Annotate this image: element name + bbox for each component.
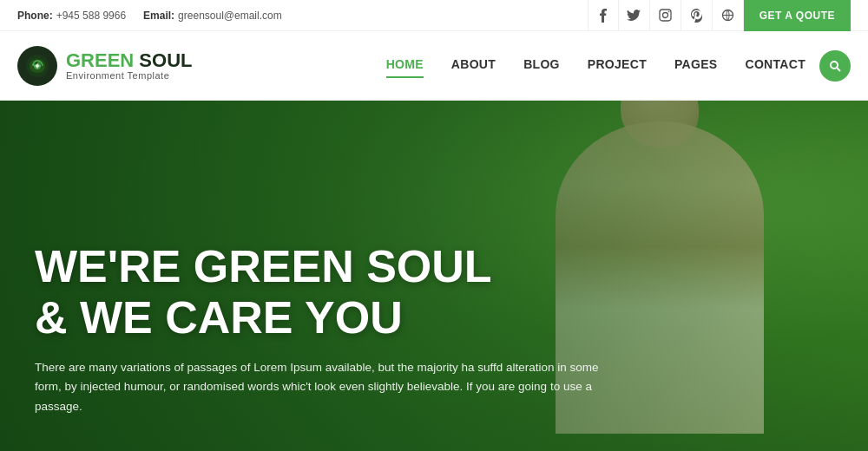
email-label: Email: (143, 10, 174, 22)
nav-about[interactable]: ABOUT (451, 57, 496, 75)
phone-number: +945 588 9966 (56, 10, 126, 22)
nav-contact[interactable]: CONTACT (746, 57, 806, 75)
nav-links: HOME ABOUT BLOG PROJECT PAGES CONTACT (386, 57, 806, 75)
dribbble-icon[interactable] (713, 0, 744, 31)
nav-project[interactable]: PROJECT (588, 57, 647, 75)
svg-point-1 (662, 13, 667, 18)
top-bar: Phone: +945 588 9966 Email: greensoul@em… (0, 0, 868, 31)
nav-bar: GREEN SOUL Environment Template HOME ABO… (0, 31, 868, 101)
logo-dark: SOUL (134, 49, 192, 71)
hero-content: WE'RE GREEN SOUL & WE CARE YOU There are… (0, 101, 868, 451)
phone-info: Phone: +945 588 9966 (17, 10, 126, 22)
email-info: Email: greensoul@email.com (143, 10, 282, 22)
svg-point-6 (36, 64, 39, 68)
phone-label: Phone: (17, 10, 53, 22)
hero-description: There are many variations of passages of… (35, 358, 599, 416)
hero-title-line2: & WE CARE YOU (35, 292, 403, 343)
svg-point-2 (667, 11, 669, 13)
logo-area: GREEN SOUL Environment Template (17, 46, 192, 86)
social-icons (588, 0, 744, 31)
facebook-icon[interactable] (588, 0, 619, 31)
nav-pages[interactable]: PAGES (674, 57, 717, 75)
logo-subtitle: Environment Template (66, 70, 192, 81)
logo-green: GREEN (66, 49, 134, 71)
get-quote-button[interactable]: GET A QOUTE (744, 0, 851, 31)
svg-point-7 (831, 62, 838, 69)
nav-blog[interactable]: BLOG (523, 57, 560, 75)
search-button[interactable] (819, 50, 851, 82)
top-bar-right: GET A QOUTE (588, 0, 851, 31)
hero-title-line1: WE'RE GREEN SOUL (35, 241, 492, 291)
twitter-icon[interactable] (619, 0, 650, 31)
logo-text: GREEN SOUL Environment Template (66, 51, 192, 81)
instagram-icon[interactable] (650, 0, 681, 31)
logo-name: GREEN SOUL (66, 51, 192, 70)
hero-section: WE'RE GREEN SOUL & WE CARE YOU There are… (0, 101, 868, 451)
hero-title: WE'RE GREEN SOUL & WE CARE YOU (35, 241, 833, 345)
email-address: greensoul@email.com (178, 10, 282, 22)
logo-icon (17, 46, 57, 86)
top-bar-contact: Phone: +945 588 9966 Email: greensoul@em… (17, 10, 282, 22)
nav-home[interactable]: HOME (386, 57, 424, 75)
pinterest-icon[interactable] (681, 0, 713, 31)
